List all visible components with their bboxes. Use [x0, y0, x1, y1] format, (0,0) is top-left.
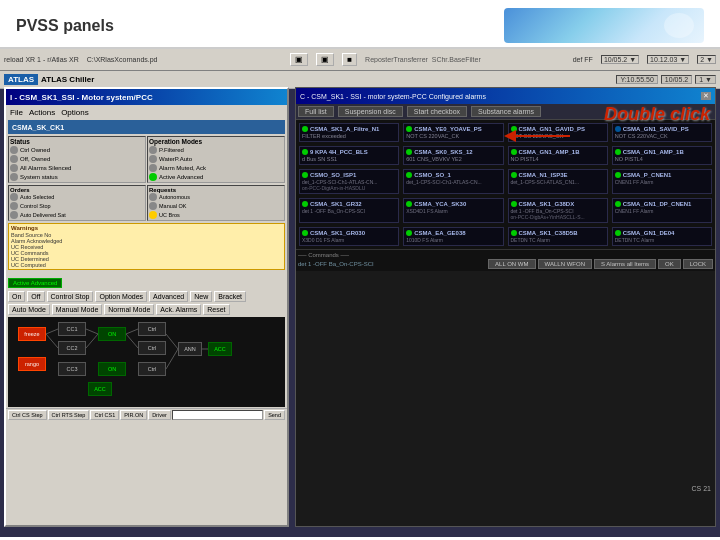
btn-ctrl-rts-step[interactable]: Ctrl RTS Step: [48, 410, 90, 420]
alarm-item-2-subtitle: NOT CS 220VAC_CK: [406, 133, 500, 139]
btn-auto-mode[interactable]: Auto Mode: [8, 304, 50, 315]
alarm-item-13: CSMA_SK1_GR32 det 1 -OFF Ba_On-CPS-SCI: [299, 198, 399, 223]
op-mode-4-label: Active Advanced: [159, 174, 203, 180]
right-panel-close[interactable]: ✕: [701, 92, 711, 100]
alarm-status-19: [511, 230, 517, 236]
btn-reset[interactable]: Reset: [203, 304, 229, 315]
op-modes-title: Operation Modes: [149, 138, 283, 145]
svg-line-6: [166, 334, 178, 349]
flow-node-red1: freeze: [18, 327, 46, 341]
btn-ctrl-cs-step[interactable]: Ctrl CS Step: [8, 410, 47, 420]
alarm-item-16-sub: CNEN1 FF Alarm: [615, 208, 709, 214]
right-panel-titlebar: C - CSM_SK1 - SSI - motor system-PCC Con…: [296, 88, 715, 104]
flow-node-ann: ANN: [178, 342, 202, 356]
btn-piston[interactable]: PIR.ON: [120, 410, 147, 420]
alarm-status-14: [406, 201, 412, 207]
warnings-title: Warnings: [11, 225, 282, 231]
alarm-item-4-subtitle: NOT CS 220VAC_CK: [615, 133, 709, 139]
flow-node-ctrl3: Ctrl: [138, 362, 166, 376]
btn-advanced[interactable]: Advanced: [149, 291, 188, 302]
alarm-item-5-subtitle: d Bus SN SS1: [302, 156, 396, 162]
warning-6: UC Computed: [11, 262, 282, 268]
active-advanced-badge: Active Advanced: [8, 278, 62, 288]
menu-options[interactable]: Options: [61, 108, 89, 117]
menu-file[interactable]: File: [10, 108, 23, 117]
pvss-toolbar-btn-2[interactable]: ▣: [316, 53, 334, 66]
alarm-status-8: [615, 149, 621, 155]
alarm-status-1: [302, 126, 308, 132]
btn-off[interactable]: Off: [27, 291, 44, 302]
alarm-item-12: CSMA_P_CNEN1 CNEN1 FF Alarm: [612, 169, 712, 194]
op-mode-2-label: WaterP.Auto: [159, 156, 192, 162]
alarm-item-18-sub: 1010D FS Alarm: [406, 237, 500, 243]
alarm-status-4: [615, 126, 621, 132]
page-header: PVSS panels: [0, 0, 720, 49]
op-mode-3: [149, 164, 157, 172]
alarm-item-11-sub: det_1-CPS-SCI-ATLAS_CN1...: [511, 179, 605, 185]
order-3: [10, 211, 18, 219]
menu-actions[interactable]: Actions: [29, 108, 55, 117]
header-decoration: [504, 8, 704, 43]
pvss-version2: 10/05.2: [661, 75, 692, 84]
btn-control-stop[interactable]: Control Stop: [47, 291, 94, 302]
btn-all-on-wm[interactable]: ALL ON WM: [488, 259, 535, 269]
alarm-item-14-sub: XSD4D1 FS Alarm: [406, 208, 500, 214]
btn-send[interactable]: Send: [264, 410, 285, 420]
btn-full-list[interactable]: Full list: [298, 106, 334, 117]
btn-substance-alarms[interactable]: Substance alarms: [471, 106, 541, 117]
op-mode-2: [149, 155, 157, 163]
alarm-status-9: [302, 172, 308, 178]
flow-node-gray3: CC3: [58, 362, 86, 376]
req-1: [149, 193, 157, 201]
alarm-status-18: [406, 230, 412, 236]
btn-walln-wfon[interactable]: WALLN WFON: [538, 259, 592, 269]
btn-new[interactable]: New: [190, 291, 212, 302]
req-3-label: UC Bros: [159, 212, 180, 218]
arrow-svg: [500, 121, 580, 151]
pvss-toolbar-btn-3[interactable]: ■: [342, 53, 357, 66]
main-content: reload XR 1 - r/Atlas XR C:\XRlasXcornan…: [0, 49, 720, 537]
flow-node-acc: ACC: [208, 342, 232, 356]
btn-start-checkbox[interactable]: Start checkbox: [407, 106, 467, 117]
status-off-owned: [10, 155, 18, 163]
status-system-label: System status: [20, 174, 58, 180]
btn-ctrl-cs1[interactable]: Ctrl CS1: [90, 410, 119, 420]
btn-manual-mode[interactable]: Manual Mode: [52, 304, 102, 315]
flow-node-red2: rango: [18, 357, 46, 371]
btn-lock[interactable]: LOCK: [683, 259, 713, 269]
btn-driver[interactable]: Driver: [148, 410, 171, 420]
status-all-alarms-label: All Alarms Silenced: [20, 165, 71, 171]
alarm-item-6-subtitle: 601 CNS_VBVKV YE2: [406, 156, 500, 162]
order-1-label: Auto Selected: [20, 194, 54, 200]
op-mode-3-label: Alarm Muted, Ack: [159, 165, 206, 171]
alarm-item-8: CSMA_GN1_AMP_1B NO PISTL4: [612, 146, 712, 165]
double-click-annotation: Double click: [604, 104, 710, 125]
csma-label: CSMA_SK_CK1: [12, 124, 64, 131]
svg-line-1: [46, 334, 58, 348]
btn-s-alarms-items[interactable]: S Alarms all Items: [594, 259, 656, 269]
op-mode-1: [149, 146, 157, 154]
btn-normal-mode[interactable]: Normal Mode: [104, 304, 154, 315]
btn-suspension-disc[interactable]: Suspension disc: [338, 106, 403, 117]
alarm-status-15: [511, 201, 517, 207]
req-2-label: Manual OK: [159, 203, 187, 209]
atlas-chiller-label: ATLAS Chiller: [41, 75, 94, 84]
btn-option-modes[interactable]: Option Modes: [95, 291, 147, 302]
command-input[interactable]: [172, 410, 263, 420]
req-3: [149, 211, 157, 219]
alarm-item-11: CSMA_N1_ISP3E det_1-CPS-SCI-ATLAS_CN1...: [508, 169, 608, 194]
btn-ack-alarms[interactable]: Ack. Alarms: [156, 304, 201, 315]
pvss-date: 10/05.2 ▼: [601, 55, 639, 64]
alarm-status-13: [302, 201, 308, 207]
pvss-time: def FF: [573, 56, 593, 63]
alarm-item-14: CSMA_YCA_SK30 XSD4D1 FS Alarm: [403, 198, 503, 223]
btn-on[interactable]: On: [8, 291, 25, 302]
pvss-file-path: C:\XRlasXcornands.pd: [87, 56, 283, 63]
flow-node-ctrl2: Ctrl: [138, 341, 166, 355]
btn-ok-right[interactable]: OK: [658, 259, 681, 269]
alarm-item-20-sub: DETDN TC Alarm: [615, 237, 709, 243]
btn-bracket[interactable]: Bracket: [214, 291, 246, 302]
panels-area: reload XR 1 - r/Atlas XR C:\XRlasXcornan…: [0, 49, 720, 537]
svg-line-0: [46, 329, 58, 334]
pvss-toolbar-btn-1[interactable]: ▣: [290, 53, 308, 66]
